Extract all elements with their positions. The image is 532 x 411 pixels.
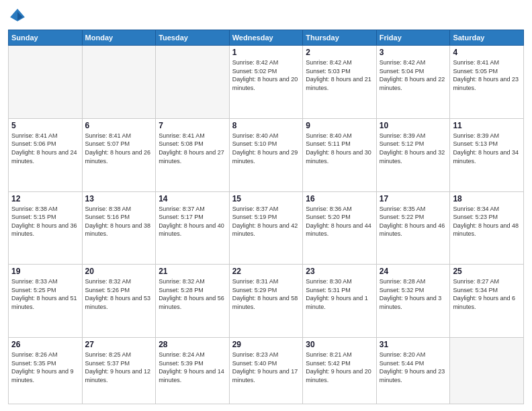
day-info: Sunrise: 8:37 AMSunset: 5:19 PMDaylight:… [232, 205, 300, 238]
day-info: Sunrise: 8:36 AMSunset: 5:20 PMDaylight:… [306, 205, 373, 238]
day-info: Sunrise: 8:41 AMSunset: 5:07 PMDaylight:… [85, 132, 153, 165]
calendar-cell: 15Sunrise: 8:37 AMSunset: 5:19 PMDayligh… [229, 191, 303, 265]
day-number: 9 [306, 121, 373, 130]
calendar-cell: 21Sunrise: 8:32 AMSunset: 5:28 PMDayligh… [156, 265, 230, 338]
day-info: Sunrise: 8:30 AMSunset: 5:31 PMDaylight:… [306, 277, 373, 311]
day-info: Sunrise: 8:32 AMSunset: 5:28 PMDaylight:… [159, 277, 226, 311]
calendar-cell: 25Sunrise: 8:27 AMSunset: 5:34 PMDayligh… [450, 265, 524, 338]
day-number: 1 [232, 48, 300, 57]
calendar-cell [82, 46, 156, 119]
day-info: Sunrise: 8:38 AMSunset: 5:16 PMDaylight:… [85, 205, 153, 238]
day-number: 11 [453, 121, 521, 130]
day-info: Sunrise: 8:38 AMSunset: 5:15 PMDaylight:… [11, 205, 79, 238]
week-row-2: 12Sunrise: 8:38 AMSunset: 5:15 PMDayligh… [9, 191, 524, 265]
calendar-cell: 31Sunrise: 8:20 AMSunset: 5:44 PMDayligh… [376, 338, 450, 404]
day-info: Sunrise: 8:27 AMSunset: 5:34 PMDaylight:… [453, 277, 521, 311]
calendar-cell: 27Sunrise: 8:25 AMSunset: 5:37 PMDayligh… [82, 338, 156, 404]
day-info: Sunrise: 8:35 AMSunset: 5:22 PMDaylight:… [380, 205, 447, 238]
calendar-cell: 17Sunrise: 8:35 AMSunset: 5:22 PMDayligh… [376, 191, 450, 265]
calendar-cell: 19Sunrise: 8:33 AMSunset: 5:25 PMDayligh… [9, 265, 83, 338]
day-number: 8 [232, 121, 300, 130]
day-number: 7 [159, 121, 226, 130]
day-info: Sunrise: 8:37 AMSunset: 5:17 PMDaylight:… [159, 205, 226, 238]
day-number: 16 [306, 194, 373, 203]
calendar-cell: 8Sunrise: 8:40 AMSunset: 5:10 PMDaylight… [229, 118, 303, 191]
day-number: 15 [232, 194, 300, 203]
calendar-cell [156, 46, 230, 119]
calendar-cell: 13Sunrise: 8:38 AMSunset: 5:16 PMDayligh… [82, 191, 156, 265]
day-info: Sunrise: 8:42 AMSunset: 5:02 PMDaylight:… [232, 58, 300, 92]
day-info: Sunrise: 8:21 AMSunset: 5:42 PMDaylight:… [306, 351, 373, 384]
day-number: 27 [85, 340, 153, 349]
calendar-cell: 24Sunrise: 8:28 AMSunset: 5:32 PMDayligh… [376, 265, 450, 338]
day-number: 19 [11, 267, 79, 276]
day-info: Sunrise: 8:41 AMSunset: 5:05 PMDaylight:… [453, 58, 521, 92]
day-info: Sunrise: 8:31 AMSunset: 5:29 PMDaylight:… [232, 277, 300, 311]
calendar-cell: 22Sunrise: 8:31 AMSunset: 5:29 PMDayligh… [229, 265, 303, 338]
weekday-header-thursday: Thursday [303, 30, 377, 46]
calendar-cell [9, 46, 83, 119]
day-number: 14 [159, 194, 226, 203]
day-info: Sunrise: 8:41 AMSunset: 5:06 PMDaylight:… [11, 132, 79, 165]
weekday-header-saturday: Saturday [450, 30, 524, 46]
day-number: 28 [159, 340, 226, 349]
calendar-cell: 26Sunrise: 8:26 AMSunset: 5:35 PMDayligh… [9, 338, 83, 404]
day-info: Sunrise: 8:39 AMSunset: 5:13 PMDaylight:… [453, 132, 521, 165]
week-row-4: 26Sunrise: 8:26 AMSunset: 5:35 PMDayligh… [9, 338, 524, 404]
day-info: Sunrise: 8:34 AMSunset: 5:23 PMDaylight:… [453, 205, 521, 238]
day-info: Sunrise: 8:40 AMSunset: 5:11 PMDaylight:… [306, 132, 373, 165]
calendar-cell: 18Sunrise: 8:34 AMSunset: 5:23 PMDayligh… [450, 191, 524, 265]
day-number: 4 [453, 48, 521, 57]
day-info: Sunrise: 8:42 AMSunset: 5:04 PMDaylight:… [380, 58, 447, 92]
day-info: Sunrise: 8:39 AMSunset: 5:12 PMDaylight:… [380, 132, 447, 165]
calendar-cell: 10Sunrise: 8:39 AMSunset: 5:12 PMDayligh… [376, 118, 450, 191]
day-number: 26 [11, 340, 79, 349]
day-number: 17 [380, 194, 447, 203]
day-info: Sunrise: 8:42 AMSunset: 5:03 PMDaylight:… [306, 58, 373, 92]
calendar-cell: 28Sunrise: 8:24 AMSunset: 5:39 PMDayligh… [156, 338, 230, 404]
calendar-cell: 16Sunrise: 8:36 AMSunset: 5:20 PMDayligh… [303, 191, 377, 265]
weekday-header-friday: Friday [376, 30, 450, 46]
day-number: 5 [11, 121, 79, 130]
day-number: 21 [159, 267, 226, 276]
day-number: 30 [306, 340, 373, 349]
calendar-cell: 6Sunrise: 8:41 AMSunset: 5:07 PMDaylight… [82, 118, 156, 191]
weekday-header-wednesday: Wednesday [229, 30, 303, 46]
calendar-cell: 2Sunrise: 8:42 AMSunset: 5:03 PMDaylight… [303, 46, 377, 119]
day-info: Sunrise: 8:20 AMSunset: 5:44 PMDaylight:… [380, 351, 447, 384]
week-row-0: 1Sunrise: 8:42 AMSunset: 5:02 PMDaylight… [9, 46, 524, 119]
day-info: Sunrise: 8:32 AMSunset: 5:26 PMDaylight:… [85, 277, 153, 311]
calendar-cell: 4Sunrise: 8:41 AMSunset: 5:05 PMDaylight… [450, 46, 524, 119]
weekday-header-monday: Monday [82, 30, 156, 46]
calendar-cell: 29Sunrise: 8:23 AMSunset: 5:40 PMDayligh… [229, 338, 303, 404]
day-number: 23 [306, 267, 373, 276]
calendar-table: SundayMondayTuesdayWednesdayThursdayFrid… [8, 30, 524, 404]
calendar-cell: 30Sunrise: 8:21 AMSunset: 5:42 PMDayligh… [303, 338, 377, 404]
calendar-cell: 12Sunrise: 8:38 AMSunset: 5:15 PMDayligh… [9, 191, 83, 265]
calendar-cell: 11Sunrise: 8:39 AMSunset: 5:13 PMDayligh… [450, 118, 524, 191]
calendar-cell [450, 338, 524, 404]
day-info: Sunrise: 8:33 AMSunset: 5:25 PMDaylight:… [11, 277, 79, 311]
day-number: 25 [453, 267, 521, 276]
day-info: Sunrise: 8:26 AMSunset: 5:35 PMDaylight:… [11, 351, 79, 384]
day-number: 22 [232, 267, 300, 276]
calendar-cell: 5Sunrise: 8:41 AMSunset: 5:06 PMDaylight… [9, 118, 83, 191]
page: SundayMondayTuesdayWednesdayThursdayFrid… [0, 0, 532, 411]
calendar-cell: 3Sunrise: 8:42 AMSunset: 5:04 PMDaylight… [376, 46, 450, 119]
weekday-header-sunday: Sunday [9, 30, 83, 46]
day-info: Sunrise: 8:41 AMSunset: 5:08 PMDaylight:… [159, 132, 226, 165]
day-info: Sunrise: 8:23 AMSunset: 5:40 PMDaylight:… [232, 351, 300, 384]
day-number: 6 [85, 121, 153, 130]
day-info: Sunrise: 8:40 AMSunset: 5:10 PMDaylight:… [232, 132, 300, 165]
day-number: 24 [380, 267, 447, 276]
week-row-1: 5Sunrise: 8:41 AMSunset: 5:06 PMDaylight… [9, 118, 524, 191]
day-info: Sunrise: 8:28 AMSunset: 5:32 PMDaylight:… [380, 277, 447, 311]
calendar-cell: 20Sunrise: 8:32 AMSunset: 5:26 PMDayligh… [82, 265, 156, 338]
calendar-cell: 23Sunrise: 8:30 AMSunset: 5:31 PMDayligh… [303, 265, 377, 338]
weekday-header-tuesday: Tuesday [156, 30, 230, 46]
calendar-cell: 7Sunrise: 8:41 AMSunset: 5:08 PMDaylight… [156, 118, 230, 191]
weekday-header-row: SundayMondayTuesdayWednesdayThursdayFrid… [9, 30, 524, 46]
day-number: 13 [85, 194, 153, 203]
calendar-cell: 9Sunrise: 8:40 AMSunset: 5:11 PMDaylight… [303, 118, 377, 191]
logo [8, 7, 30, 26]
